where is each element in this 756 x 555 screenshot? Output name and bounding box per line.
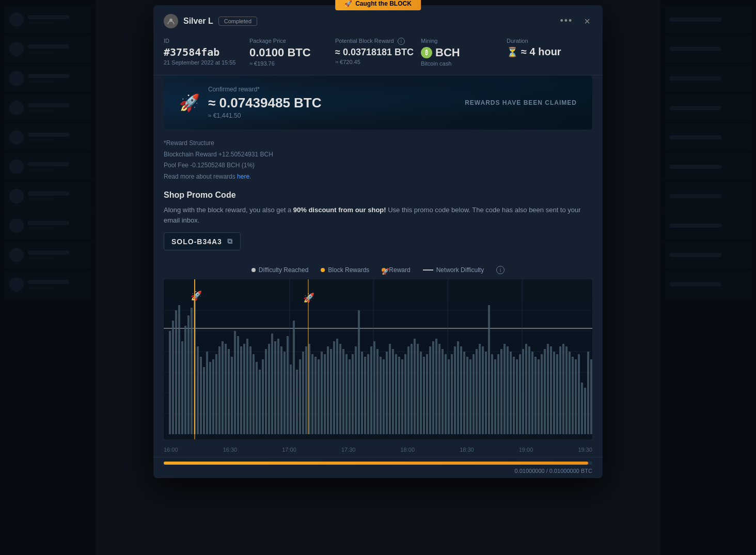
svg-rect-65 (339, 344, 341, 434)
svg-rect-114 (491, 354, 493, 434)
svg-rect-98 (442, 349, 444, 434)
svg-rect-92 (423, 357, 425, 434)
svg-rect-87 (407, 346, 410, 434)
svg-rect-135 (556, 354, 558, 434)
duration-column: Duration ⏳ ≈ 4 hour (507, 38, 592, 67)
svg-rect-22 (206, 352, 208, 434)
mining-coin-full-name: Bitcoin cash (421, 60, 507, 67)
duration-label: Duration (507, 38, 592, 44)
svg-rect-133 (550, 346, 552, 434)
time-label-1900: 19:00 (519, 447, 533, 453)
svg-rect-38 (256, 362, 258, 434)
reward-dot: 🚀 (382, 268, 386, 272)
svg-rect-139 (569, 352, 571, 434)
read-more-text: Read more about rewards here. (164, 171, 592, 183)
time-label-1730: 17:30 (341, 447, 356, 453)
svg-rect-142 (578, 354, 580, 434)
potential-reward-column: Potential Block Reward i ≈ 0.03718181 BT… (335, 38, 421, 67)
more-options-button[interactable]: ••• (556, 13, 577, 28)
reward-text-block: Confirmed reward* ≈ 0.07439485 BTC ≈ €1,… (208, 86, 322, 119)
svg-rect-143 (581, 383, 583, 434)
network-difficulty-line (423, 269, 433, 271)
svg-rect-124 (522, 349, 524, 434)
duration-value: ⏳ ≈ 4 hour (507, 46, 592, 58)
svg-rect-85 (401, 359, 403, 434)
svg-rect-26 (218, 346, 220, 434)
svg-rect-12 (175, 310, 177, 434)
svg-rect-14 (181, 341, 183, 434)
legend-network-difficulty: Network Difficulty (423, 266, 484, 274)
reward-banner: 🚀 Confirmed reward* ≈ 0.07439485 BTC ≈ €… (164, 75, 592, 130)
svg-rect-16 (187, 315, 190, 434)
package-price-label: Package Price (249, 38, 335, 44)
svg-rect-84 (398, 357, 400, 434)
svg-rect-144 (584, 388, 586, 434)
svg-rect-60 (324, 354, 326, 434)
pool-fee: Pool Fee -0.12505248 BCH (1%) (164, 160, 592, 171)
svg-rect-74 (367, 354, 369, 434)
svg-rect-62 (330, 349, 332, 434)
copy-icon[interactable]: ⧉ (227, 237, 233, 246)
svg-rect-86 (404, 354, 406, 434)
close-button[interactable]: × (582, 14, 592, 28)
svg-rect-80 (386, 352, 388, 434)
svg-rect-42 (268, 344, 270, 434)
shop-promo-section: Shop Promo Code Along with the block rew… (153, 191, 603, 261)
svg-rect-64 (336, 339, 338, 434)
svg-rect-121 (513, 357, 515, 434)
network-difficulty-label: Network Difficulty (436, 266, 484, 274)
svg-rect-21 (203, 367, 205, 434)
svg-rect-59 (321, 352, 323, 434)
svg-rect-13 (178, 305, 180, 434)
svg-rect-41 (265, 349, 267, 434)
discount-highlight: 90% discount from our shop! (293, 206, 386, 214)
svg-rect-106 (466, 357, 468, 434)
legend-info-icon[interactable]: i (496, 266, 505, 274)
time-label-1700: 17:00 (282, 447, 296, 453)
svg-rect-17 (191, 308, 193, 434)
potential-reward-btc: ≈ 0.03718181 BTC (335, 47, 421, 58)
time-label-1630: 16:30 (223, 447, 238, 453)
modal-actions[interactable]: ••• × (556, 13, 592, 28)
svg-rect-93 (426, 354, 428, 434)
svg-rect-94 (429, 346, 431, 434)
svg-rect-115 (494, 359, 496, 434)
svg-rect-25 (215, 354, 217, 434)
package-price-btc: 0.0100 BTC (249, 46, 335, 59)
caught-badge-label: Caught the BLOCK (355, 0, 412, 7)
svg-rect-70 (355, 346, 357, 434)
read-more-link[interactable]: here (237, 173, 249, 180)
svg-rect-57 (314, 357, 317, 434)
svg-rect-104 (460, 346, 462, 434)
difficulty-reached-label: Difficulty Reached (259, 266, 309, 274)
svg-rect-67 (345, 354, 348, 434)
time-label-1930: 19:30 (578, 447, 592, 453)
block-rewards-label: Block Rewards (328, 266, 369, 274)
svg-rect-31 (234, 331, 236, 434)
svg-rect-75 (370, 346, 372, 434)
shop-promo-description: Along with the block reward, you also ge… (164, 205, 592, 225)
svg-rect-32 (237, 336, 239, 434)
svg-rect-137 (562, 344, 564, 434)
svg-rect-58 (318, 359, 320, 434)
svg-rect-128 (534, 357, 537, 434)
mining-column: Mining ₿ BCH Bitcoin cash (421, 38, 507, 67)
svg-rect-131 (544, 349, 546, 434)
svg-rect-10 (169, 331, 171, 434)
svg-rect-79 (383, 359, 385, 434)
block-rewards-dot (321, 268, 325, 272)
progress-section: 0.01000000 / 0.01000000 BTC (153, 457, 603, 478)
chart-legend: Difficulty Reached Block Rewards 🚀 Rewar… (153, 261, 603, 279)
id-date: 21 September 2022 at 15:55 (164, 59, 249, 66)
svg-rect-110 (479, 344, 481, 434)
svg-rect-72 (361, 352, 363, 434)
svg-rect-68 (349, 359, 351, 434)
svg-rect-111 (482, 346, 484, 434)
svg-rect-35 (246, 339, 248, 434)
svg-rect-102 (454, 346, 456, 434)
svg-rect-101 (451, 354, 453, 434)
rocket-icon: 🚀 (344, 0, 352, 7)
legend-block-rewards: Block Rewards (321, 266, 369, 274)
avatar (164, 14, 178, 28)
hourglass-icon: ⏳ (507, 46, 518, 58)
